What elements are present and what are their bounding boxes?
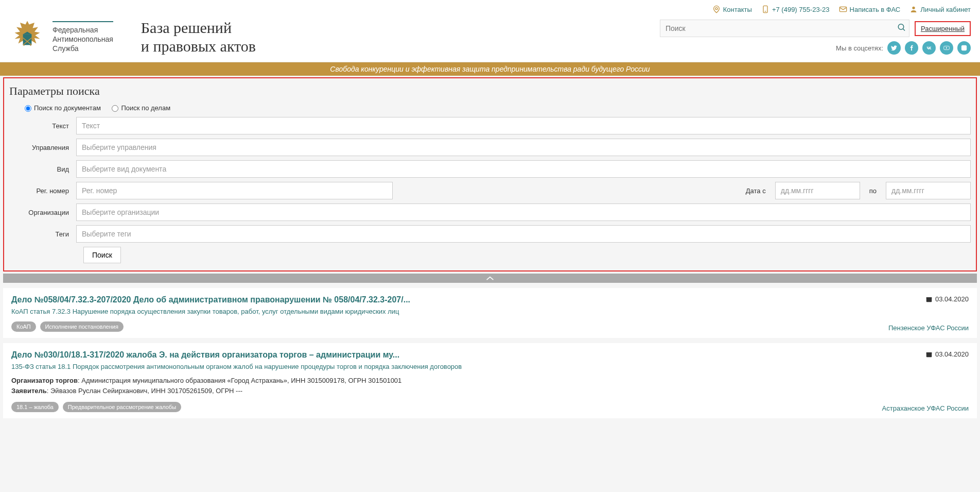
write-link[interactable]: Написать в ФАС bbox=[839, 5, 901, 13]
twitter-icon[interactable] bbox=[887, 41, 901, 55]
phone-link[interactable]: +7 (499) 755-23-23 bbox=[761, 5, 830, 13]
logo-area[interactable]: Федеральная Антимонопольная Служба База … bbox=[9, 19, 256, 56]
result-item: Дело №030/10/18.1-317/2020 жалоба Э. на … bbox=[3, 343, 977, 418]
params-search-button[interactable]: Поиск bbox=[83, 247, 121, 263]
pin-icon bbox=[712, 5, 721, 13]
result-tag: Предварительное рассмотрение жалобы bbox=[63, 402, 181, 412]
chevron-up-icon bbox=[486, 276, 494, 281]
advanced-search-link[interactable]: Расширенный bbox=[915, 21, 971, 36]
result-title[interactable]: Дело №058/04/7.32.3-207/2020 Дело об адм… bbox=[11, 295, 969, 304]
input-depts[interactable] bbox=[76, 139, 971, 156]
search-input[interactable] bbox=[660, 20, 909, 37]
contacts-label: Контакты bbox=[723, 6, 752, 13]
search-button[interactable] bbox=[897, 23, 906, 34]
label-type: Вид bbox=[9, 165, 76, 173]
svg-rect-17 bbox=[926, 352, 932, 353]
instagram-icon[interactable] bbox=[957, 41, 971, 55]
banner-slogan: Свобода конкуренции и эффективная защита… bbox=[0, 62, 980, 76]
result-item: Дело №058/04/7.32.3-207/2020 Дело об адм… bbox=[3, 288, 977, 338]
result-date: 03.04.2020 bbox=[925, 295, 969, 303]
svg-point-4 bbox=[913, 7, 915, 9]
svg-rect-15 bbox=[926, 297, 932, 298]
svg-point-13 bbox=[965, 46, 966, 47]
input-text[interactable] bbox=[76, 117, 971, 134]
facebook-icon[interactable] bbox=[905, 41, 918, 55]
result-subtitle[interactable]: 135-ФЗ статья 18.1 Порядок рассмотрения … bbox=[11, 363, 969, 370]
radio-docs[interactable]: Поиск по документам bbox=[25, 104, 101, 112]
label-orgs: Организации bbox=[9, 209, 76, 216]
mail-icon bbox=[839, 5, 847, 13]
calendar-icon bbox=[925, 351, 933, 358]
label-date-to: по bbox=[860, 187, 886, 195]
input-tags[interactable] bbox=[76, 225, 971, 243]
svg-point-12 bbox=[963, 47, 965, 49]
ufas-link[interactable]: Пензенское УФАС России bbox=[888, 324, 969, 332]
input-type[interactable] bbox=[76, 160, 971, 178]
input-orgs[interactable] bbox=[76, 203, 971, 221]
result-tag: КоАП bbox=[11, 321, 36, 332]
write-label: Написать в ФАС bbox=[850, 6, 901, 13]
params-title: Параметры поиска bbox=[9, 84, 971, 98]
vk-icon[interactable] bbox=[922, 41, 936, 55]
site-title: База решений и правовых актов bbox=[141, 19, 256, 56]
svg-rect-5 bbox=[23, 34, 32, 45]
input-date-to[interactable] bbox=[886, 182, 971, 199]
svg-line-9 bbox=[903, 29, 905, 31]
cabinet-label: Личный кабинет bbox=[920, 6, 971, 13]
ufas-link[interactable]: Астраханское УФАС России bbox=[882, 404, 969, 412]
label-text: Текст bbox=[9, 122, 76, 130]
label-date-from: Дата с bbox=[737, 187, 775, 195]
result-title[interactable]: Дело №030/10/18.1-317/2020 жалоба Э. на … bbox=[11, 350, 969, 360]
logo-text: Федеральная Антимонопольная Служба bbox=[52, 21, 113, 54]
result-date: 03.04.2020 bbox=[925, 350, 969, 358]
result-org-info: Организатор торгов: Администрация муници… bbox=[11, 376, 969, 396]
youtube-icon[interactable] bbox=[940, 41, 953, 55]
input-date-from[interactable] bbox=[775, 182, 860, 199]
phone-icon bbox=[761, 5, 769, 13]
label-reg: Рег. номер bbox=[9, 187, 76, 195]
result-tag: 18.1 – жалоба bbox=[11, 402, 59, 412]
contacts-link[interactable]: Контакты bbox=[712, 5, 752, 13]
phone-label: +7 (499) 755-23-23 bbox=[772, 6, 830, 13]
emblem-icon bbox=[9, 19, 45, 55]
search-params-panel: Параметры поиска Поиск по документам Пои… bbox=[3, 77, 977, 272]
radio-cases[interactable]: Поиск по делам bbox=[112, 104, 170, 112]
search-icon bbox=[897, 23, 906, 32]
input-reg[interactable] bbox=[76, 182, 393, 199]
label-tags: Теги bbox=[9, 230, 76, 238]
label-depts: Управления bbox=[9, 144, 76, 151]
collapse-bar[interactable] bbox=[3, 274, 977, 283]
svg-rect-1 bbox=[763, 6, 767, 12]
svg-point-0 bbox=[715, 8, 717, 10]
result-subtitle[interactable]: КоАП статья 7.32.3 Нарушение порядка осу… bbox=[11, 308, 969, 315]
cabinet-link[interactable]: Личный кабинет bbox=[909, 5, 971, 13]
svg-point-8 bbox=[898, 24, 904, 30]
calendar-icon bbox=[925, 296, 933, 303]
socials-label: Мы в соцсетях: bbox=[836, 44, 883, 52]
user-icon bbox=[909, 5, 918, 13]
result-tag: Исполнение постановления bbox=[40, 321, 124, 332]
